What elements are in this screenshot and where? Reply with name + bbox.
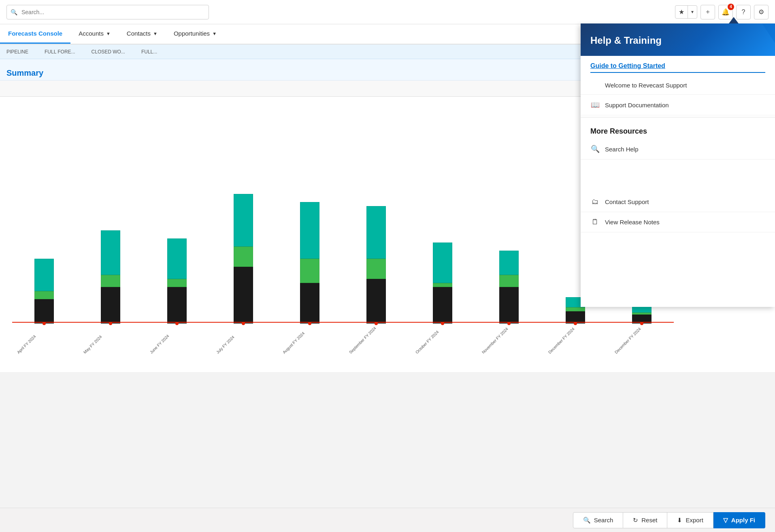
bar-stack-2	[167, 238, 187, 323]
bar-segment-8-1	[566, 307, 585, 311]
search-filter-icon: 🔍	[583, 517, 591, 524]
bar-group-2: June FY 2024	[145, 238, 209, 323]
contact-support-item[interactable]: 🗂 Contact Support	[581, 192, 775, 212]
notification-count: 4	[728, 4, 734, 10]
summary-header-items: PIPELINE FULL FORE... CLOSED WO... FULL.…	[6, 49, 157, 55]
bar-group-5: September FY 2024	[344, 206, 408, 323]
header-item-2: FULL FORE...	[45, 49, 75, 55]
welcome-label: Welcome to Revecast Support	[605, 82, 687, 89]
bar-segment-7-1	[499, 275, 519, 287]
bar-segment-4-0	[300, 283, 319, 323]
search-container: 🔍	[6, 5, 209, 19]
bar-stack-3	[234, 194, 253, 323]
release-notes-label: View Release Notes	[605, 219, 660, 226]
export-icon: ⬇	[677, 517, 682, 524]
question-icon: ?	[742, 9, 745, 16]
bar-segment-3-1	[234, 247, 253, 267]
search-help-label: Search Help	[605, 146, 639, 153]
contacts-arrow-icon: ▼	[153, 31, 158, 36]
search-filter-button[interactable]: 🔍 Search	[573, 512, 624, 528]
settings-button[interactable]: ⚙	[754, 5, 769, 19]
help-panel-header: Help & Training	[581, 23, 775, 56]
header-item-4: FULL...	[141, 49, 157, 55]
bar-segment-2-2	[167, 238, 187, 279]
favorites-button[interactable]: ★ ▼	[675, 5, 697, 19]
bar-label-1: May FY 2024	[83, 334, 103, 355]
bar-chart: April FY 2024May FY 2024June FY 2024July…	[12, 105, 674, 323]
add-button[interactable]: ＋	[700, 5, 715, 19]
bar-stack-5	[366, 206, 386, 323]
bar-stack-4	[300, 202, 319, 323]
bar-segment-1-0	[101, 287, 120, 323]
search-help-item[interactable]: 🔍 Search Help	[581, 139, 775, 160]
help-panel-title: Help & Training	[590, 35, 662, 46]
apply-filter-icon: ▽	[723, 517, 728, 524]
export-label: Export	[686, 517, 703, 523]
support-documentation-item[interactable]: 📖 Support Documentation	[581, 95, 775, 115]
bottom-toolbar: 🔍 Search ↻ Reset ⬇ Export ▽ Apply Fi	[0, 508, 775, 532]
bar-group-1: May FY 2024	[79, 230, 143, 323]
reset-button[interactable]: ↻ Reset	[623, 512, 667, 528]
accounts-arrow-icon: ▼	[106, 31, 111, 36]
bar-label-5: September FY 2024	[348, 326, 377, 355]
bar-segment-0-2	[34, 259, 54, 291]
bar-label-3: July FY 2024	[215, 335, 235, 355]
bar-stack-6	[433, 243, 452, 323]
export-button[interactable]: ⬇ Export	[667, 512, 713, 528]
bar-group-9: December FY 2024	[610, 305, 674, 323]
nav-item-opportunities[interactable]: Opportunities ▼	[166, 24, 225, 44]
bar-label-8: December FY 2024	[547, 327, 575, 355]
header-item-3: CLOSED WO...	[92, 49, 125, 55]
release-notes-item[interactable]: 🗒 View Release Notes	[581, 212, 775, 232]
search-help-icon: 🔍	[590, 145, 600, 153]
star-icon[interactable]: ★	[675, 6, 688, 18]
nav-item-forecasts-console[interactable]: Forecasts Console	[0, 24, 70, 44]
chevron-down-icon[interactable]: ▼	[688, 7, 697, 17]
search-filter-label: Search	[594, 517, 613, 523]
bar-group-6: October FY 2024	[411, 243, 475, 323]
book-icon: 📖	[590, 100, 600, 109]
bar-segment-2-1	[167, 279, 187, 287]
bar-label-6: October FY 2024	[415, 330, 440, 355]
bar-label-0: April FY 2024	[16, 334, 36, 354]
bar-segment-5-1	[366, 259, 386, 279]
nav-item-accounts[interactable]: Accounts ▼	[70, 24, 119, 44]
reset-label: Reset	[641, 517, 657, 523]
getting-started-link[interactable]: Guide to Getting Started	[590, 62, 665, 69]
bar-label-4: August FY 2024	[282, 331, 305, 354]
bar-segment-7-2	[499, 251, 519, 275]
contact-support-icon: 🗂	[590, 198, 600, 206]
header-item-1: PIPELINE	[6, 49, 28, 55]
nav-label-opportunities: Opportunities	[174, 30, 210, 37]
bar-segment-1-1	[101, 275, 120, 287]
bar-group-3: July FY 2024	[211, 194, 275, 323]
more-resources-header: More Resources	[581, 119, 775, 139]
apply-filter-label: Apply Fi	[731, 517, 755, 523]
bar-group-0: April FY 2024	[12, 259, 76, 323]
reset-icon: ↻	[633, 517, 638, 524]
bar-stack-1	[101, 230, 120, 323]
opportunities-arrow-icon: ▼	[212, 31, 217, 36]
bar-segment-6-0	[433, 287, 452, 323]
bar-stack-0	[34, 259, 54, 323]
support-doc-label: Support Documentation	[605, 102, 669, 109]
baseline-line	[12, 322, 674, 323]
nav-item-contacts[interactable]: Contacts ▼	[119, 24, 166, 44]
bar-segment-5-0	[366, 279, 386, 323]
bar-segment-2-0	[167, 287, 187, 323]
welcome-revecast-item[interactable]: Welcome to Revecast Support	[581, 76, 775, 95]
nav-label-forecasts-console: Forecasts Console	[8, 30, 62, 37]
bar-group-4: August FY 2024	[278, 202, 342, 323]
bar-segment-3-2	[234, 194, 253, 247]
bar-stack-9	[632, 305, 652, 323]
release-notes-icon: 🗒	[590, 218, 600, 226]
apply-filter-button[interactable]: ▽ Apply Fi	[713, 512, 765, 528]
help-panel-arrow	[729, 17, 739, 23]
bar-label-2: June FY 2024	[149, 334, 170, 355]
bar-segment-4-1	[300, 259, 319, 283]
bar-segment-4-2	[300, 202, 319, 259]
bar-segment-6-1	[433, 283, 452, 287]
bar-label-9: December FY 2024	[614, 327, 642, 355]
global-search-input[interactable]	[6, 5, 209, 19]
bar-segment-5-2	[366, 206, 386, 259]
